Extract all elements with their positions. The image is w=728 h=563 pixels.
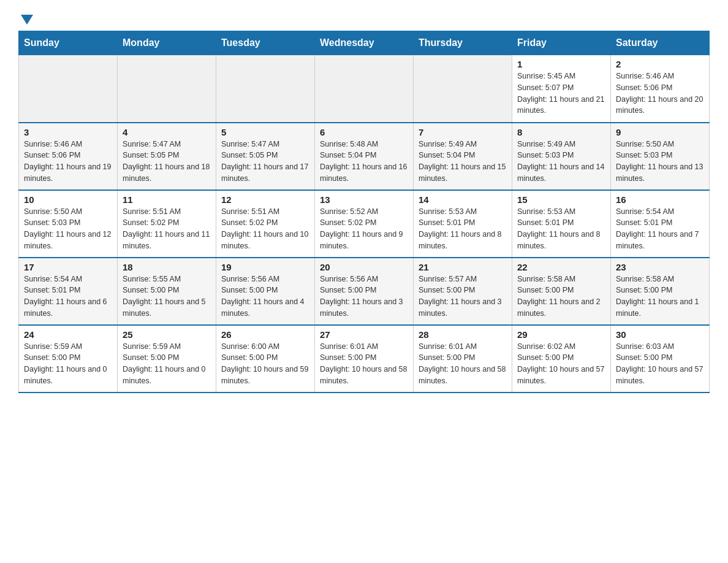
day-info: Sunrise: 5:58 AMSunset: 5:00 PMDaylight:… <box>517 274 605 320</box>
calendar-day-cell: 29Sunrise: 6:02 AMSunset: 5:00 PMDayligh… <box>512 325 611 393</box>
calendar-day-cell: 5Sunrise: 5:47 AMSunset: 5:05 PMDaylight… <box>216 123 315 190</box>
calendar-day-cell: 17Sunrise: 5:54 AMSunset: 5:01 PMDayligh… <box>19 258 118 325</box>
weekday-header-thursday: Thursday <box>414 31 512 55</box>
day-info: Sunrise: 6:03 AMSunset: 5:00 PMDaylight:… <box>616 341 704 387</box>
day-info: Sunrise: 5:51 AMSunset: 5:02 PMDaylight:… <box>123 206 211 252</box>
day-info: Sunrise: 5:53 AMSunset: 5:01 PMDaylight:… <box>419 206 507 252</box>
calendar-day-cell <box>118 55 216 123</box>
day-info: Sunrise: 5:56 AMSunset: 5:00 PMDaylight:… <box>320 274 408 320</box>
day-number: 9 <box>616 127 704 137</box>
calendar-day-cell: 23Sunrise: 5:58 AMSunset: 5:00 PMDayligh… <box>611 258 710 325</box>
day-number: 18 <box>123 262 211 272</box>
day-info: Sunrise: 5:59 AMSunset: 5:00 PMDaylight:… <box>24 341 112 387</box>
calendar-day-cell: 12Sunrise: 5:51 AMSunset: 5:02 PMDayligh… <box>216 190 315 258</box>
day-info: Sunrise: 5:59 AMSunset: 5:00 PMDaylight:… <box>123 341 211 387</box>
page-header <box>18 12 710 25</box>
day-number: 16 <box>616 194 704 205</box>
calendar-day-cell: 19Sunrise: 5:56 AMSunset: 5:00 PMDayligh… <box>216 258 315 325</box>
weekday-header-friday: Friday <box>512 31 611 55</box>
day-number: 13 <box>320 194 408 205</box>
day-number: 28 <box>419 329 507 340</box>
calendar-week-row: 24Sunrise: 5:59 AMSunset: 5:00 PMDayligh… <box>19 325 710 393</box>
calendar-day-cell: 22Sunrise: 5:58 AMSunset: 5:00 PMDayligh… <box>512 258 611 325</box>
day-number: 3 <box>24 127 112 137</box>
calendar-week-row: 3Sunrise: 5:46 AMSunset: 5:06 PMDaylight… <box>19 123 710 190</box>
calendar-day-cell <box>216 55 315 123</box>
day-info: Sunrise: 5:49 AMSunset: 5:04 PMDaylight:… <box>419 139 507 185</box>
calendar-day-cell: 13Sunrise: 5:52 AMSunset: 5:02 PMDayligh… <box>315 190 414 258</box>
day-info: Sunrise: 5:45 AMSunset: 5:07 PMDaylight:… <box>517 71 605 117</box>
day-number: 20 <box>320 262 408 272</box>
calendar-day-cell: 14Sunrise: 5:53 AMSunset: 5:01 PMDayligh… <box>414 190 512 258</box>
calendar-day-cell: 16Sunrise: 5:54 AMSunset: 5:01 PMDayligh… <box>611 190 710 258</box>
day-number: 6 <box>320 127 408 137</box>
day-info: Sunrise: 6:00 AMSunset: 5:00 PMDaylight:… <box>221 341 309 387</box>
day-number: 23 <box>616 262 704 272</box>
day-info: Sunrise: 6:02 AMSunset: 5:00 PMDaylight:… <box>517 341 605 387</box>
weekday-header-sunday: Sunday <box>19 31 118 55</box>
weekday-header-saturday: Saturday <box>611 31 710 55</box>
calendar-day-cell: 7Sunrise: 5:49 AMSunset: 5:04 PMDaylight… <box>414 123 512 190</box>
calendar-day-cell: 28Sunrise: 6:01 AMSunset: 5:00 PMDayligh… <box>414 325 512 393</box>
calendar-day-cell: 11Sunrise: 5:51 AMSunset: 5:02 PMDayligh… <box>118 190 216 258</box>
day-info: Sunrise: 6:01 AMSunset: 5:00 PMDaylight:… <box>419 341 507 387</box>
day-info: Sunrise: 5:47 AMSunset: 5:05 PMDaylight:… <box>123 139 211 185</box>
calendar-day-cell: 27Sunrise: 6:01 AMSunset: 5:00 PMDayligh… <box>315 325 414 393</box>
day-number: 7 <box>419 127 507 137</box>
calendar-day-cell: 26Sunrise: 6:00 AMSunset: 5:00 PMDayligh… <box>216 325 315 393</box>
calendar-day-cell <box>19 55 118 123</box>
day-info: Sunrise: 5:54 AMSunset: 5:01 PMDaylight:… <box>616 206 704 252</box>
day-number: 10 <box>24 194 112 205</box>
day-number: 22 <box>517 262 605 272</box>
calendar-day-cell: 24Sunrise: 5:59 AMSunset: 5:00 PMDayligh… <box>19 325 118 393</box>
logo <box>18 12 33 25</box>
calendar-day-cell: 3Sunrise: 5:46 AMSunset: 5:06 PMDaylight… <box>19 123 118 190</box>
calendar-week-row: 10Sunrise: 5:50 AMSunset: 5:03 PMDayligh… <box>19 190 710 258</box>
day-number: 12 <box>221 194 309 205</box>
day-info: Sunrise: 5:56 AMSunset: 5:00 PMDaylight:… <box>221 274 309 320</box>
calendar-week-row: 1Sunrise: 5:45 AMSunset: 5:07 PMDaylight… <box>19 55 710 123</box>
calendar-day-cell: 20Sunrise: 5:56 AMSunset: 5:00 PMDayligh… <box>315 258 414 325</box>
day-number: 11 <box>123 194 211 205</box>
day-info: Sunrise: 5:52 AMSunset: 5:02 PMDaylight:… <box>320 206 408 252</box>
day-number: 15 <box>517 194 605 205</box>
day-info: Sunrise: 5:47 AMSunset: 5:05 PMDaylight:… <box>221 139 309 185</box>
day-number: 30 <box>616 329 704 340</box>
day-number: 14 <box>419 194 507 205</box>
day-info: Sunrise: 5:53 AMSunset: 5:01 PMDaylight:… <box>517 206 605 252</box>
calendar-day-cell: 8Sunrise: 5:49 AMSunset: 5:03 PMDaylight… <box>512 123 611 190</box>
day-info: Sunrise: 6:01 AMSunset: 5:00 PMDaylight:… <box>320 341 408 387</box>
calendar-day-cell: 18Sunrise: 5:55 AMSunset: 5:00 PMDayligh… <box>118 258 216 325</box>
calendar-day-cell <box>315 55 414 123</box>
day-info: Sunrise: 5:58 AMSunset: 5:00 PMDaylight:… <box>616 274 704 320</box>
day-number: 8 <box>517 127 605 137</box>
weekday-header-tuesday: Tuesday <box>216 31 315 55</box>
day-info: Sunrise: 5:46 AMSunset: 5:06 PMDaylight:… <box>616 71 704 117</box>
weekday-header-row: SundayMondayTuesdayWednesdayThursdayFrid… <box>19 31 710 55</box>
day-number: 5 <box>221 127 309 137</box>
day-info: Sunrise: 5:50 AMSunset: 5:03 PMDaylight:… <box>616 139 704 185</box>
calendar-day-cell: 1Sunrise: 5:45 AMSunset: 5:07 PMDaylight… <box>512 55 611 123</box>
day-number: 25 <box>123 329 211 340</box>
calendar-day-cell: 9Sunrise: 5:50 AMSunset: 5:03 PMDaylight… <box>611 123 710 190</box>
day-number: 24 <box>24 329 112 340</box>
day-number: 26 <box>221 329 309 340</box>
day-number: 27 <box>320 329 408 340</box>
calendar-day-cell: 30Sunrise: 6:03 AMSunset: 5:00 PMDayligh… <box>611 325 710 393</box>
day-info: Sunrise: 5:55 AMSunset: 5:00 PMDaylight:… <box>123 274 211 320</box>
day-number: 29 <box>517 329 605 340</box>
day-number: 21 <box>419 262 507 272</box>
day-info: Sunrise: 5:51 AMSunset: 5:02 PMDaylight:… <box>221 206 309 252</box>
calendar-day-cell: 4Sunrise: 5:47 AMSunset: 5:05 PMDaylight… <box>118 123 216 190</box>
day-info: Sunrise: 5:54 AMSunset: 5:01 PMDaylight:… <box>24 274 112 320</box>
calendar-day-cell: 10Sunrise: 5:50 AMSunset: 5:03 PMDayligh… <box>19 190 118 258</box>
weekday-header-wednesday: Wednesday <box>315 31 414 55</box>
day-number: 2 <box>616 59 704 69</box>
calendar-day-cell: 6Sunrise: 5:48 AMSunset: 5:04 PMDaylight… <box>315 123 414 190</box>
calendar-day-cell: 25Sunrise: 5:59 AMSunset: 5:00 PMDayligh… <box>118 325 216 393</box>
day-info: Sunrise: 5:49 AMSunset: 5:03 PMDaylight:… <box>517 139 605 185</box>
weekday-header-monday: Monday <box>118 31 216 55</box>
day-number: 4 <box>123 127 211 137</box>
calendar-day-cell: 15Sunrise: 5:53 AMSunset: 5:01 PMDayligh… <box>512 190 611 258</box>
calendar-week-row: 17Sunrise: 5:54 AMSunset: 5:01 PMDayligh… <box>19 258 710 325</box>
